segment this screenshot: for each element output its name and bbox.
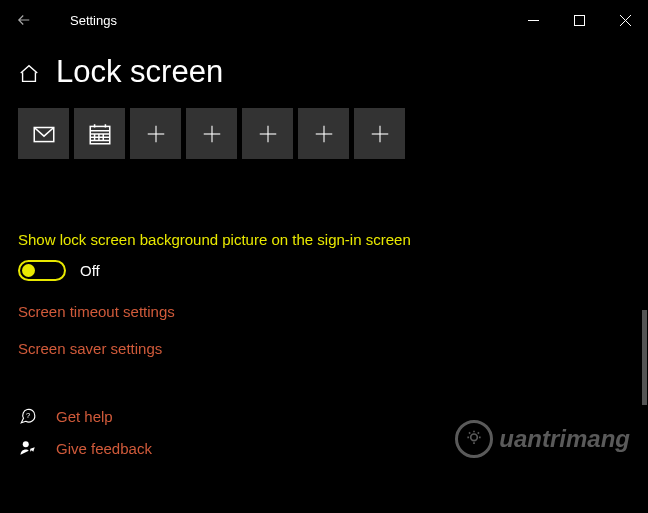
toggle-thumb xyxy=(22,264,35,277)
plus-icon xyxy=(257,123,279,145)
page-header: Lock screen xyxy=(0,40,648,108)
home-icon[interactable] xyxy=(18,63,40,85)
watermark-text: uantrimang xyxy=(499,425,630,453)
app-tile-add[interactable] xyxy=(130,108,181,159)
mail-icon xyxy=(31,121,57,147)
svg-point-27 xyxy=(23,441,29,447)
screen-timeout-link[interactable]: Screen timeout settings xyxy=(18,303,630,320)
app-tile-add[interactable] xyxy=(242,108,293,159)
calendar-icon xyxy=(87,121,113,147)
screen-saver-link[interactable]: Screen saver settings xyxy=(18,340,630,357)
svg-line-34 xyxy=(478,432,479,433)
app-tile-mail[interactable] xyxy=(18,108,69,159)
maximize-icon xyxy=(574,15,585,26)
give-feedback-label: Give feedback xyxy=(56,440,152,457)
close-button[interactable] xyxy=(602,0,648,40)
watermark-logo-icon xyxy=(455,420,493,458)
plus-icon xyxy=(369,123,391,145)
svg-point-28 xyxy=(471,434,478,441)
minimize-button[interactable] xyxy=(510,0,556,40)
window-title: Settings xyxy=(70,13,117,28)
watermark: uantrimang xyxy=(455,420,630,458)
maximize-button[interactable] xyxy=(556,0,602,40)
background-on-signin-toggle[interactable] xyxy=(18,260,66,281)
feedback-icon xyxy=(18,439,38,457)
app-tile-add[interactable] xyxy=(298,108,349,159)
page-title: Lock screen xyxy=(56,54,223,90)
get-help-label: Get help xyxy=(56,408,113,425)
toggle-row: Off xyxy=(18,260,630,281)
titlebar: Settings xyxy=(0,0,648,40)
settings-section: Show lock screen background picture on t… xyxy=(0,231,648,357)
background-on-signin-label: Show lock screen background picture on t… xyxy=(18,231,630,248)
svg-line-33 xyxy=(469,432,470,433)
minimize-icon xyxy=(528,15,539,26)
app-tile-add[interactable] xyxy=(186,108,237,159)
svg-rect-1 xyxy=(574,15,584,25)
app-tile-row xyxy=(0,108,648,159)
plus-icon xyxy=(201,123,223,145)
help-icon: ? xyxy=(18,407,38,425)
svg-text:?: ? xyxy=(26,411,30,420)
scrollbar[interactable] xyxy=(642,310,647,405)
window-controls xyxy=(510,0,648,40)
plus-icon xyxy=(313,123,335,145)
toggle-state-label: Off xyxy=(80,262,100,279)
app-tile-calendar[interactable] xyxy=(74,108,125,159)
back-arrow-icon xyxy=(15,11,33,29)
plus-icon xyxy=(145,123,167,145)
back-button[interactable] xyxy=(0,0,48,40)
close-icon xyxy=(620,15,631,26)
app-tile-add[interactable] xyxy=(354,108,405,159)
